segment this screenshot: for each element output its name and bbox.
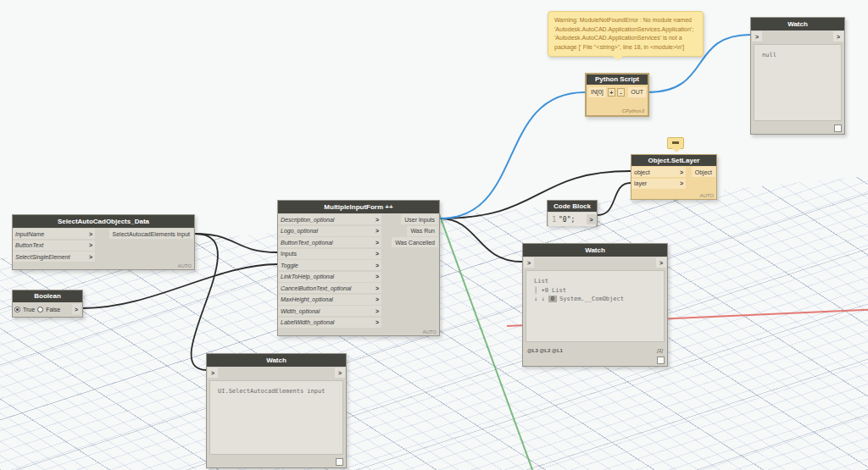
preview-checkbox[interactable]: [834, 124, 842, 132]
radio-true[interactable]: [14, 307, 20, 312]
port-input-buttontext[interactable]: ButtonText_optional >: [278, 237, 381, 247]
node-title[interactable]: SelectAutoCadObjects_Data: [13, 215, 194, 228]
wire-codeblock-to-layer[interactable]: [598, 183, 631, 215]
tree-branch[interactable]: │ ▾0 List: [534, 287, 566, 294]
tree-item-index: 0: [548, 296, 557, 302]
node-selectautocadobjects-data[interactable]: SelectAutoCadObjects_Data InputName > Bu…: [12, 214, 195, 270]
node-watch-bottom[interactable]: Watch > > UI.SelectAutocadElements input: [206, 353, 347, 468]
code-text[interactable]: "0";: [556, 216, 587, 224]
node-title[interactable]: Python Script: [587, 75, 648, 85]
node-title[interactable]: Watch: [207, 354, 346, 367]
watch-list-tree: List │ ▾0 List ↓ ↓ 0System.__ComObject: [526, 270, 665, 342]
port-input-width[interactable]: Width_optional >: [278, 306, 381, 316]
port-input-object[interactable]: object >: [632, 167, 686, 177]
port-input-logo[interactable]: Logo_optional >: [278, 226, 381, 236]
node-title[interactable]: Watch: [751, 18, 844, 30]
chevron-icon: >: [376, 228, 379, 234]
wire-boolean-to-toggle[interactable]: [83, 264, 277, 308]
chevron-icon: >: [89, 254, 92, 260]
chevron-icon: >: [376, 217, 379, 223]
chevron-icon: >: [376, 251, 379, 257]
tree-item-value[interactable]: System.__ComObject: [559, 296, 624, 302]
preview-checkbox[interactable]: [657, 357, 665, 364]
node-multipleinputform[interactable]: MultipleInputForm ++ Description_optiona…: [277, 200, 440, 336]
radio-true-label[interactable]: True: [23, 307, 35, 312]
lacing-indicator[interactable]: AUTO: [699, 193, 714, 198]
node-watch-top[interactable]: Watch > > null: [750, 17, 845, 135]
radio-false-label[interactable]: False: [46, 307, 60, 312]
port-input-maxheight[interactable]: MaxHeight_optional >: [278, 295, 381, 305]
add-input-button[interactable]: +: [608, 88, 615, 97]
port-input-inputname[interactable]: InputName >: [13, 229, 95, 239]
watch-value: null: [754, 44, 842, 121]
chevron-icon: >: [89, 231, 92, 237]
lacing-indicator[interactable]: AUTO: [177, 263, 192, 268]
line-number: 1: [548, 216, 556, 224]
node-title[interactable]: MultipleInputForm ++: [278, 201, 439, 213]
tree-item-guides: ↓ ↓: [534, 296, 548, 302]
port-input-toggle[interactable]: Toggle >: [278, 260, 381, 270]
chevron-icon: >: [376, 240, 379, 246]
port-input-linktohelp[interactable]: LinkToHelp_optional >: [278, 272, 381, 282]
port-input-description[interactable]: Description_optional >: [278, 214, 381, 224]
port-input-cancelbuttontext[interactable]: CancelButtonText_optional >: [278, 283, 381, 293]
port-output-wasrun[interactable]: Was Run: [407, 226, 438, 236]
lacing-indicator[interactable]: AUTO: [422, 329, 437, 335]
node-title[interactable]: Object.SetLayer: [632, 155, 716, 166]
port-output-object[interactable]: Object: [692, 167, 715, 177]
port-output-wascancelled[interactable]: Was Cancelled: [392, 237, 438, 247]
port-input-inputs[interactable]: Inputs >: [278, 249, 381, 259]
wire-selectaco-to-watch[interactable]: [192, 234, 218, 370]
node-title[interactable]: Boolean: [13, 290, 82, 302]
list-levels[interactable]: @L3 @L2 @L1: [527, 348, 563, 353]
preview-checkbox[interactable]: [336, 458, 343, 466]
port-input[interactable]: >: [208, 368, 218, 378]
watch-value: UI.SelectAutocadElements input: [209, 380, 343, 455]
chevron-icon: >: [376, 308, 379, 314]
port-input-buttontext[interactable]: ButtonText >: [13, 241, 95, 251]
chevron-icon: >: [89, 242, 92, 248]
radio-false[interactable]: [37, 307, 43, 312]
chevron-icon: >: [376, 296, 379, 302]
wire-userinputs-to-watchlist[interactable]: [440, 218, 522, 262]
port-output-userinputs[interactable]: User Inputs: [401, 214, 438, 224]
node-title[interactable]: Watch: [523, 244, 667, 257]
chevron-icon: >: [376, 285, 379, 291]
remove-input-button[interactable]: -: [617, 88, 625, 97]
chevron-icon: >: [376, 319, 379, 325]
port-output-selectautocadelements[interactable]: SelectAutocadElements input: [109, 229, 193, 239]
chevron-icon: >: [376, 263, 379, 268]
port-output-boolean[interactable]: >: [72, 304, 81, 314]
port-output[interactable]: >: [656, 257, 666, 268]
warning-tooltip: Warning: ModuleNotFoundError : No module…: [548, 11, 704, 57]
node-boolean[interactable]: Boolean True False >: [12, 290, 83, 318]
chevron-icon: >: [680, 180, 683, 186]
chevron-icon: >: [680, 169, 683, 175]
chevron-icon: >: [376, 274, 379, 279]
port-output[interactable]: >: [587, 214, 596, 224]
port-input[interactable]: >: [752, 31, 762, 41]
warning-bubble-icon[interactable]: [667, 137, 684, 149]
node-title[interactable]: Code Block: [548, 201, 597, 212]
port-output-out[interactable]: OUT: [628, 87, 646, 97]
port-input-labelwidth[interactable]: LabelWidth_optional >: [278, 318, 381, 328]
port-output[interactable]: >: [335, 368, 345, 378]
port-input-selectsingleelement[interactable]: SelectSingleElement >: [13, 252, 95, 262]
python-engine-label[interactable]: CPython3: [622, 108, 644, 113]
node-python-script[interactable]: Python Script IN[0] + - OUT CPython3: [585, 73, 649, 117]
port-input-layer[interactable]: layer >: [632, 179, 686, 189]
port-output[interactable]: >: [833, 31, 843, 41]
port-input[interactable]: >: [524, 257, 534, 268]
node-watch-list[interactable]: Watch > > List │ ▾0 List ↓ ↓ 0System.__C…: [522, 243, 668, 367]
port-input-in0[interactable]: IN[0]: [588, 87, 606, 97]
node-object-setlayer[interactable]: Object.SetLayer object > layer > Object …: [631, 154, 717, 200]
tree-root[interactable]: List: [534, 278, 548, 285]
node-codeblock[interactable]: Code Block 1 "0"; >: [547, 200, 598, 226]
list-count: [1]: [657, 348, 663, 353]
